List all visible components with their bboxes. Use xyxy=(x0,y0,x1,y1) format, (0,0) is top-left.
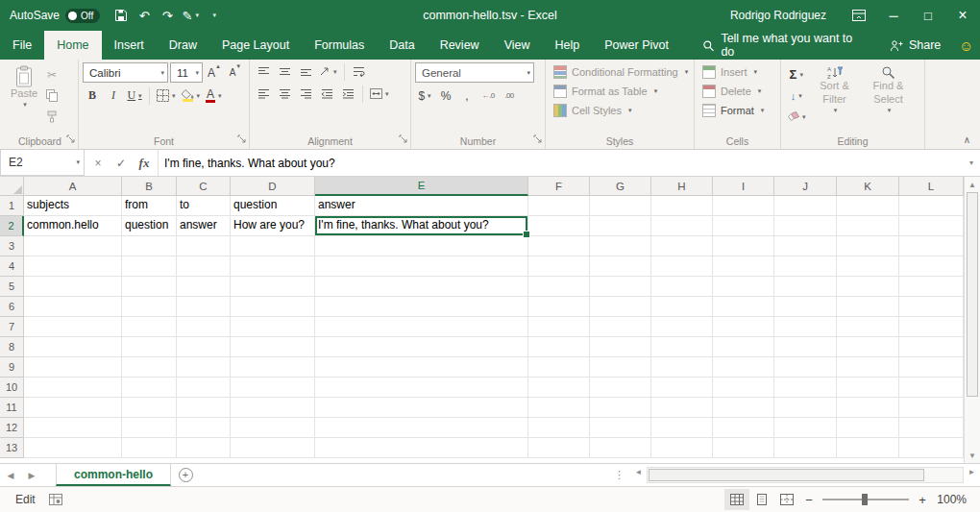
font-color-button[interactable]: A▾ xyxy=(204,86,224,105)
cell-F6[interactable] xyxy=(528,297,590,317)
row-header-10[interactable]: 10 xyxy=(0,378,24,398)
cell-C3[interactable] xyxy=(177,236,231,256)
cell-C8[interactable] xyxy=(177,337,231,357)
increase-indent-button[interactable] xyxy=(338,85,357,103)
cell-E3[interactable] xyxy=(315,236,528,256)
cell-A6[interactable] xyxy=(24,297,122,317)
row-header-11[interactable]: 11 xyxy=(0,398,24,418)
cell-A4[interactable] xyxy=(24,256,122,277)
row-header-1[interactable]: 1 xyxy=(0,196,24,216)
accounting-format-button[interactable]: $▾ xyxy=(415,86,434,105)
cell-D11[interactable] xyxy=(231,398,315,418)
cell-D8[interactable] xyxy=(231,337,315,357)
cell-I13[interactable] xyxy=(713,438,774,458)
row-header-7[interactable]: 7 xyxy=(0,317,24,337)
row-header-2[interactable]: 2 xyxy=(0,216,24,236)
decrease-decimal-button[interactable]: .00 xyxy=(500,86,519,105)
cell-B4[interactable] xyxy=(122,256,177,277)
row-header-5[interactable]: 5 xyxy=(0,277,24,297)
new-sheet-button[interactable]: + xyxy=(171,464,200,486)
expand-formula-bar-button[interactable]: ▾ xyxy=(963,150,980,176)
cell-A3[interactable] xyxy=(24,236,122,256)
cell-C10[interactable] xyxy=(177,378,231,398)
vertical-scrollbar[interactable]: ▲ ▼ xyxy=(964,177,980,463)
font-name-select[interactable]: Calibri▾ xyxy=(83,62,168,83)
cell-E10[interactable] xyxy=(315,378,528,398)
cell-C5[interactable] xyxy=(177,277,231,297)
cell-E7[interactable] xyxy=(315,317,528,337)
scroll-up-arrow[interactable]: ▲ xyxy=(965,177,980,192)
bottom-align-button[interactable] xyxy=(296,62,315,81)
column-header-D[interactable]: D xyxy=(231,177,315,196)
autosum-button[interactable]: Σ▾ xyxy=(785,65,808,84)
cell-G12[interactable] xyxy=(590,418,651,438)
tab-power-pivot[interactable]: Power Pivot xyxy=(592,31,681,60)
cell-D13[interactable] xyxy=(231,438,315,458)
cell-styles-button[interactable]: Cell Styles▾ xyxy=(550,101,690,120)
tab-data[interactable]: Data xyxy=(377,31,427,60)
cell-H8[interactable] xyxy=(651,337,713,357)
tab-help[interactable]: Help xyxy=(543,31,593,60)
cell-G2[interactable] xyxy=(590,216,651,236)
cell-L5[interactable] xyxy=(899,277,964,297)
paste-button[interactable]: Paste ▾ xyxy=(6,62,42,134)
orientation-button[interactable]: ▾ xyxy=(317,62,339,81)
cell-H3[interactable] xyxy=(651,236,713,256)
cell-F13[interactable] xyxy=(528,438,590,458)
cell-D12[interactable] xyxy=(231,418,315,438)
cell-E9[interactable] xyxy=(315,357,528,378)
formula-input[interactable]: I'm fine, thanks. What about you? xyxy=(159,150,963,176)
select-all-button[interactable] xyxy=(0,177,24,196)
cell-G7[interactable] xyxy=(590,317,651,337)
cell-H1[interactable] xyxy=(651,196,713,216)
column-header-I[interactable]: I xyxy=(713,177,774,196)
cell-A10[interactable] xyxy=(24,378,122,398)
insert-function-button[interactable]: fx xyxy=(133,150,156,176)
cell-B9[interactable] xyxy=(122,357,177,378)
fill-button[interactable]: ↓▾ xyxy=(785,86,808,105)
cell-J5[interactable] xyxy=(774,277,837,297)
cell-F5[interactable] xyxy=(528,277,590,297)
cell-K7[interactable] xyxy=(837,317,899,337)
insert-button[interactable]: Insert▾ xyxy=(698,62,776,82)
cell-H9[interactable] xyxy=(651,357,713,378)
close-button[interactable]: × xyxy=(945,0,980,31)
cell-C2[interactable]: answer xyxy=(177,216,231,236)
column-header-E[interactable]: E xyxy=(315,177,528,196)
cell-A5[interactable] xyxy=(24,277,122,297)
cell-I11[interactable] xyxy=(713,398,774,418)
row-header-8[interactable]: 8 xyxy=(0,337,24,357)
find-select-button[interactable]: Find & Select ▾ xyxy=(862,62,916,134)
column-header-G[interactable]: G xyxy=(590,177,651,196)
tab-draw[interactable]: Draw xyxy=(157,31,209,60)
vertical-scroll-thumb[interactable] xyxy=(967,192,978,397)
cell-D1[interactable]: question xyxy=(231,196,315,216)
cell-B7[interactable] xyxy=(122,317,177,337)
cell-K4[interactable] xyxy=(837,256,899,277)
cell-L2[interactable] xyxy=(899,216,964,236)
cell-E2[interactable]: I'm fine, thanks. What about you? xyxy=(315,216,528,236)
cell-D6[interactable] xyxy=(231,297,315,317)
cell-A11[interactable] xyxy=(24,398,122,418)
tab-page-layout[interactable]: Page Layout xyxy=(209,31,302,60)
zoom-slider-thumb[interactable] xyxy=(862,494,868,505)
cell-F3[interactable] xyxy=(528,236,590,256)
cell-I3[interactable] xyxy=(713,236,774,256)
cell-G9[interactable] xyxy=(590,357,651,378)
italic-button[interactable]: I xyxy=(104,86,123,105)
format-button[interactable]: Format▾ xyxy=(698,101,776,120)
cell-E4[interactable] xyxy=(315,256,528,277)
column-header-H[interactable]: H xyxy=(651,177,713,196)
cell-G5[interactable] xyxy=(590,277,651,297)
page-break-view-button[interactable] xyxy=(774,489,799,510)
sort-filter-button[interactable]: AZ Sort & Filter ▾ xyxy=(808,62,862,134)
copy-button[interactable] xyxy=(42,86,61,105)
format-as-table-button[interactable]: Format as Table▾ xyxy=(550,82,690,101)
cell-E13[interactable] xyxy=(315,438,528,458)
increase-decimal-button[interactable]: ←.0 xyxy=(478,86,498,105)
column-header-C[interactable]: C xyxy=(177,177,231,196)
cell-D5[interactable] xyxy=(231,277,315,297)
cell-G11[interactable] xyxy=(590,398,651,418)
cell-C6[interactable] xyxy=(177,297,231,317)
cell-E11[interactable] xyxy=(315,398,528,418)
